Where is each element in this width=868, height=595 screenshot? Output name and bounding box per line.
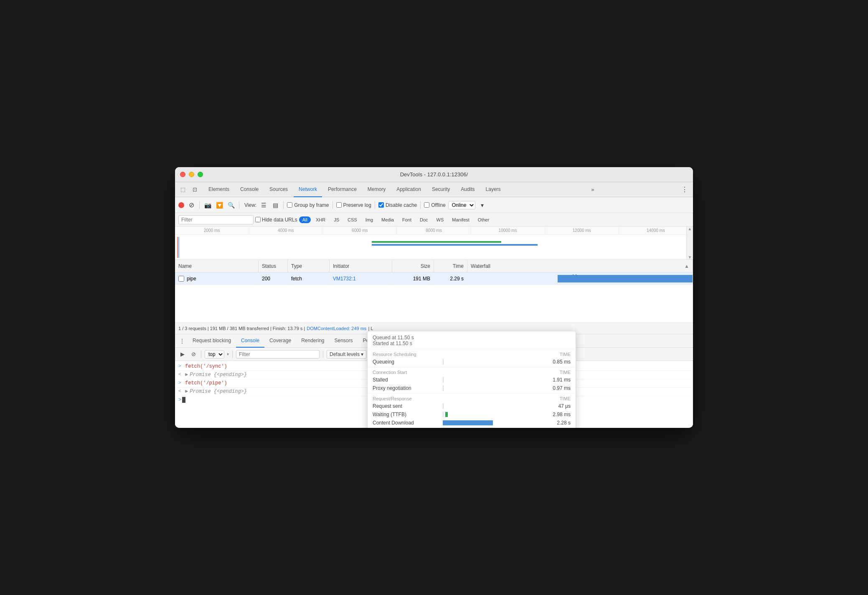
th-type[interactable]: Type	[288, 260, 330, 272]
th-initiator[interactable]: Initiator	[330, 260, 392, 272]
tick-1: 2000 ms	[175, 226, 249, 234]
cursor-blink	[182, 397, 185, 403]
tab-application[interactable]: Application	[391, 182, 426, 197]
toolbar-divider-5	[375, 201, 375, 209]
console-expand-1[interactable]: ►	[185, 372, 188, 378]
row-checkbox[interactable]	[178, 276, 184, 282]
th-waterfall[interactable]: Waterfall ▲	[467, 260, 693, 272]
filter-css-button[interactable]: CSS	[344, 216, 360, 223]
tab-console[interactable]: Console	[235, 182, 264, 197]
tooltip-resource-scheduling-header: Resource Scheduling TIME	[368, 349, 576, 358]
timeline-blue-bar	[372, 244, 538, 246]
th-size[interactable]: Size	[392, 260, 434, 272]
console-text-2: Promise {<pending>}	[190, 372, 247, 378]
more-tabs-button[interactable]: »	[588, 186, 597, 193]
throttle-options-button[interactable]: ▾	[478, 201, 487, 210]
maximize-button[interactable]	[198, 172, 203, 177]
sort-arrow: ▲	[684, 263, 689, 269]
filter-all-button[interactable]: All	[299, 216, 311, 223]
screenshot-view-button[interactable]: ▤	[271, 201, 280, 210]
tooltip-waiting-row: Waiting (TTFB) 2.98 ms	[368, 410, 576, 419]
tooltip-connection-start-header: Connection Start TIME	[368, 367, 576, 376]
th-name[interactable]: Name	[175, 260, 259, 272]
search-button[interactable]: 🔍	[226, 201, 236, 210]
timeline-scrollbar[interactable]: ▲ ▼	[686, 226, 693, 259]
bottom-tab-rendering[interactable]: Rendering	[296, 334, 329, 348]
view-label: View:	[244, 202, 256, 208]
tooltip-request-response-header: Request/Response TIME	[368, 393, 576, 402]
td-status: 200	[259, 272, 288, 285]
minimize-button[interactable]	[189, 172, 194, 177]
network-toolbar: ⊘ 📷 🔽 🔍 View: ☰ ▤ Group by frame Preserv…	[175, 197, 693, 213]
filter-media-button[interactable]: Media	[378, 216, 397, 223]
tab-network[interactable]: Network	[294, 182, 322, 197]
console-arrow-1: >	[178, 364, 183, 369]
filter-manifest-button[interactable]: Manifest	[449, 216, 473, 223]
window-title: DevTools - 127.0.0.1:12306/	[400, 171, 468, 178]
th-time[interactable]: Time	[434, 260, 467, 272]
filter-icon[interactable]: 🔽	[215, 201, 224, 210]
tick-6: 12000 ms	[545, 226, 619, 234]
hide-data-urls-checkbox[interactable]: Hide data URLs	[255, 217, 297, 223]
offline-checkbox[interactable]: Offline	[424, 202, 445, 208]
filter-doc-button[interactable]: Doc	[416, 216, 431, 223]
filter-img-button[interactable]: Img	[362, 216, 376, 223]
filter-font-button[interactable]: Font	[399, 216, 415, 223]
bottom-tab-sensors[interactable]: Sensors	[330, 334, 358, 348]
disable-cache-checkbox[interactable]: Disable cache	[378, 202, 417, 208]
bottom-menu-icon[interactable]: ⋮	[177, 336, 188, 346]
console-clear-button[interactable]: ⊘	[189, 350, 198, 359]
network-throttle-select[interactable]: Online	[448, 201, 475, 209]
list-view-button[interactable]: ☰	[259, 201, 268, 210]
toolbar-divider-1	[199, 201, 200, 209]
filter-js-button[interactable]: JS	[330, 216, 343, 223]
network-table: Name Status Type Initiator Size Time	[175, 260, 693, 323]
td-type: fetch	[288, 272, 330, 285]
tick-7: 14000 ms	[619, 226, 693, 234]
bottom-divider	[201, 351, 201, 358]
close-button[interactable]	[180, 172, 185, 177]
console-execute-button[interactable]: ▶	[178, 350, 187, 359]
dropdown-arrow[interactable]: ▾	[227, 352, 229, 356]
filter-input[interactable]	[178, 215, 254, 224]
request-sent-bar	[443, 403, 538, 409]
devtools-menu-button[interactable]: ⋮	[680, 186, 690, 193]
default-levels-button[interactable]: Default levels ▾	[327, 350, 366, 359]
tab-layers[interactable]: Layers	[481, 182, 506, 197]
tick-3: 6000 ms	[323, 226, 397, 234]
tooltip-proxy-row: Proxy negotiation 0.97 ms	[368, 384, 576, 392]
th-status[interactable]: Status	[259, 260, 288, 272]
toolbar-divider-3	[283, 201, 284, 209]
tab-audits[interactable]: Audits	[456, 182, 480, 197]
td-initiator[interactable]: VM1732:1	[330, 272, 392, 285]
group-by-frame-checkbox[interactable]: Group by frame	[287, 202, 329, 208]
console-arrow-2: <	[178, 372, 183, 377]
context-select[interactable]: top	[205, 350, 224, 359]
domcontentloaded-link[interactable]: DOMContentLoaded: 249 ms	[307, 326, 366, 331]
tab-sources[interactable]: Sources	[264, 182, 293, 197]
traffic-lights	[180, 172, 203, 177]
tab-performance[interactable]: Performance	[323, 182, 362, 197]
table-header: Name Status Type Initiator Size Time	[175, 260, 693, 272]
console-expand-2[interactable]: ►	[185, 389, 188, 394]
record-button[interactable]	[178, 202, 184, 208]
bottom-divider-3	[323, 351, 323, 358]
timeline-area[interactable]: 2000 ms 4000 ms 6000 ms 8000 ms 10000 ms…	[175, 226, 693, 260]
tab-elements[interactable]: Elements	[203, 182, 234, 197]
camera-button[interactable]: 📷	[203, 201, 212, 210]
filter-ws-button[interactable]: WS	[433, 216, 447, 223]
table-row[interactable]: pipe 200 fetch VM1732:1 191 MB 2.29 s	[175, 272, 693, 285]
inspect-icon[interactable]: ⬚	[178, 185, 188, 194]
bottom-tab-console[interactable]: Console	[236, 334, 264, 348]
preserve-log-checkbox[interactable]: Preserve log	[336, 202, 371, 208]
bottom-tab-request-blocking[interactable]: Request blocking	[188, 334, 236, 348]
device-icon[interactable]: ⊡	[190, 185, 199, 194]
tab-security[interactable]: Security	[427, 182, 455, 197]
filter-xhr-button[interactable]: XHR	[312, 216, 329, 223]
clear-button[interactable]: ⊘	[187, 201, 196, 210]
tick-2: 4000 ms	[249, 226, 323, 234]
tab-memory[interactable]: Memory	[363, 182, 391, 197]
console-filter-input[interactable]	[236, 350, 320, 359]
bottom-tab-coverage[interactable]: Coverage	[264, 334, 296, 348]
filter-other-button[interactable]: Other	[475, 216, 493, 223]
